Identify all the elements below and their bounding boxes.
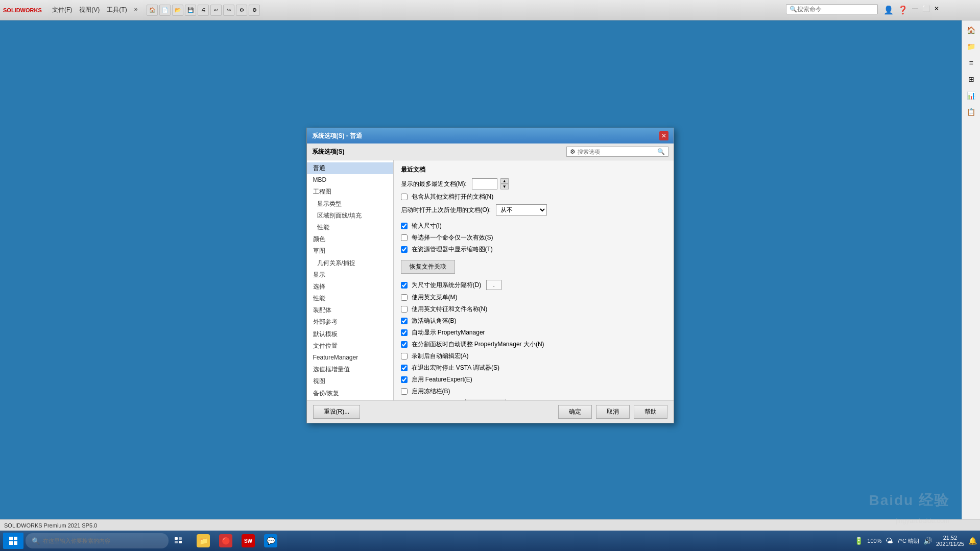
stop-vsta-label[interactable]: 在退出宏时停止 VSTA 调试器(S)	[401, 364, 499, 372]
include-others-checkbox[interactable]	[401, 194, 408, 200]
options-btn[interactable]: ⚙	[249, 5, 260, 16]
auto-edit-macro-label[interactable]: 录制后自动编辑宏(A)	[401, 352, 469, 361]
help-button[interactable]: 帮助	[634, 405, 667, 419]
tree-item-general[interactable]: 普通	[307, 162, 393, 174]
tree-item-view[interactable]: 视图	[307, 375, 393, 387]
tree-item-display-type[interactable]: 显示类型	[307, 198, 393, 210]
undo-btn[interactable]: ↩	[210, 5, 222, 16]
taskbar-app-sw[interactable]: SW	[238, 532, 258, 550]
max-docs-up[interactable]: ▲	[500, 178, 509, 184]
menu-expand[interactable]: »	[131, 5, 141, 15]
tree-item-drawing[interactable]: 工程图	[307, 186, 393, 198]
dialog-overlay: 系统选项(S) - 普通 ✕ 系统选项(S) ⚙ 🔍 普通 MBD 工程图	[0, 20, 980, 531]
include-others-label[interactable]: 包含从其他文档打开的文档(N)	[401, 193, 494, 201]
home-btn[interactable]: 🏠	[147, 5, 158, 16]
auto-pm-label[interactable]: 自动显示 PropertyManager	[401, 328, 485, 337]
cancel-button[interactable]: 取消	[596, 405, 630, 419]
task-view-btn[interactable]	[171, 533, 187, 549]
menu-view[interactable]: 视图(V)	[76, 5, 103, 15]
thumbnail-label[interactable]: 在资源管理器中显示缩略图(T)	[401, 245, 493, 254]
english-names-label[interactable]: 使用英文特征和文件名称(N)	[401, 305, 488, 314]
tree-item-sketch[interactable]: 草图	[307, 245, 393, 257]
taskbar-app-blue[interactable]: 💬	[260, 532, 281, 550]
new-btn[interactable]: 📄	[159, 5, 171, 16]
tree-item-spin-increment[interactable]: 选值框增量值	[307, 364, 393, 375]
feature-expert-label[interactable]: 启用 FeatureExpert(E)	[401, 375, 472, 384]
help-icon[interactable]: ❓	[898, 5, 908, 15]
open-btn[interactable]: 📂	[172, 5, 183, 16]
rebuild-error-dropdown[interactable]: 提示 停止 继续	[465, 399, 506, 400]
taskbar-app-explorer[interactable]: 📁	[193, 532, 213, 550]
separator-input[interactable]	[486, 280, 501, 290]
svg-rect-8	[179, 541, 182, 543]
top-search-box[interactable]: 🔍	[786, 4, 878, 14]
feature-expert-checkbox[interactable]	[401, 376, 408, 383]
english-menu-checkbox[interactable]	[401, 294, 408, 301]
restore-file-btn[interactable]: 恢复文件关联	[401, 260, 455, 274]
freeze-bar-checkbox[interactable]	[401, 388, 408, 395]
notification-icon[interactable]: 🔔	[968, 537, 977, 545]
taskbar-search[interactable]: 🔍	[26, 533, 169, 548]
separator-checkbox[interactable]	[401, 282, 408, 289]
svg-rect-1	[9, 537, 13, 540]
close-icon[interactable]: ✕	[934, 5, 939, 15]
auto-edit-macro-checkbox[interactable]	[401, 353, 408, 360]
tree-item-file-location[interactable]: 文件位置	[307, 340, 393, 352]
startup-dropdown[interactable]: 从不 提示 总是	[496, 204, 547, 215]
tree-item-perf-drawing[interactable]: 性能	[307, 222, 393, 233]
english-names-checkbox[interactable]	[401, 306, 408, 313]
user-icon[interactable]: 👤	[883, 5, 894, 15]
tree-item-relations[interactable]: 几何关系/捕捉	[307, 257, 393, 269]
tree-item-hatch[interactable]: 区域剖面线/填充	[307, 210, 393, 222]
input-dim-label[interactable]: 输入尺寸(I)	[401, 222, 442, 230]
maximize-icon[interactable]: ⬜	[922, 5, 930, 15]
single-cmd-checkbox[interactable]	[401, 234, 408, 241]
tree-item-color[interactable]: 颜色	[307, 233, 393, 245]
ok-button[interactable]: 确定	[558, 405, 592, 419]
auto-resize-pm-label[interactable]: 在分割面板时自动调整 PropertyManager 大小(N)	[401, 340, 544, 349]
save-btn[interactable]: 💾	[185, 5, 196, 16]
minimize-icon[interactable]: —	[912, 5, 918, 15]
tree-item-display[interactable]: 显示	[307, 269, 393, 281]
tree-item-featuremanager[interactable]: FeatureManager	[307, 352, 393, 364]
auto-pm-checkbox[interactable]	[401, 329, 408, 336]
redo-btn[interactable]: ↪	[223, 5, 234, 16]
taskbar-search-input[interactable]	[43, 538, 155, 544]
rebuild-btn[interactable]: ⚙	[236, 5, 247, 16]
auto-resize-pm-checkbox[interactable]	[401, 341, 408, 348]
confirm-corner-checkbox[interactable]	[401, 318, 408, 324]
dialog-search-box[interactable]: ⚙ 🔍	[566, 147, 668, 157]
stop-vsta-row: 在退出宏时停止 VSTA 调试器(S)	[401, 364, 666, 372]
stop-vsta-checkbox[interactable]	[401, 365, 408, 371]
separator-label[interactable]: 为尺寸使用系统分隔符(D)	[401, 281, 482, 290]
tree-item-performance[interactable]: 性能	[307, 293, 393, 304]
footer-left: 重设(R)...	[313, 405, 361, 419]
reset-button[interactable]: 重设(R)...	[313, 405, 361, 419]
max-docs-down[interactable]: ▼	[500, 184, 509, 189]
freeze-bar-label[interactable]: 启用冻结栏(B)	[401, 387, 450, 396]
tree-item-selection[interactable]: 选择	[307, 281, 393, 293]
tree-item-assembly[interactable]: 装配体	[307, 304, 393, 316]
max-docs-input[interactable]: 50	[472, 178, 497, 189]
dialog-search-input[interactable]	[578, 149, 657, 155]
start-button[interactable]	[3, 533, 23, 549]
confirm-corner-label[interactable]: 激活确认角落(B)	[401, 317, 457, 325]
tree-item-default-template[interactable]: 默认模板	[307, 328, 393, 340]
taskbar-app-red[interactable]: 🔴	[216, 532, 236, 550]
thumbnail-checkbox[interactable]	[401, 246, 408, 253]
tree-item-extref[interactable]: 外部参考	[307, 316, 393, 328]
tree-item-touch[interactable]: 触摸	[307, 399, 393, 400]
menu-file[interactable]: 文件(F)	[49, 5, 75, 15]
dialog-close-button[interactable]: ✕	[659, 131, 668, 140]
single-cmd-row: 每选择一个命令仅一次有效(S)	[401, 233, 666, 242]
single-cmd-label[interactable]: 每选择一个命令仅一次有效(S)	[401, 233, 493, 242]
search-input[interactable]	[797, 6, 874, 13]
tree-item-mbd[interactable]: MBD	[307, 174, 393, 186]
print-btn[interactable]: 🖨	[198, 5, 209, 16]
input-dim-checkbox[interactable]	[401, 223, 408, 229]
search-gear-icon: ⚙	[570, 148, 576, 155]
english-menu-label[interactable]: 使用英文菜单(M)	[401, 293, 458, 302]
menu-tools[interactable]: 工具(T)	[104, 5, 130, 15]
tree-item-backup[interactable]: 备份/恢复	[307, 388, 393, 399]
sound-icon[interactable]: 🔊	[923, 537, 932, 545]
